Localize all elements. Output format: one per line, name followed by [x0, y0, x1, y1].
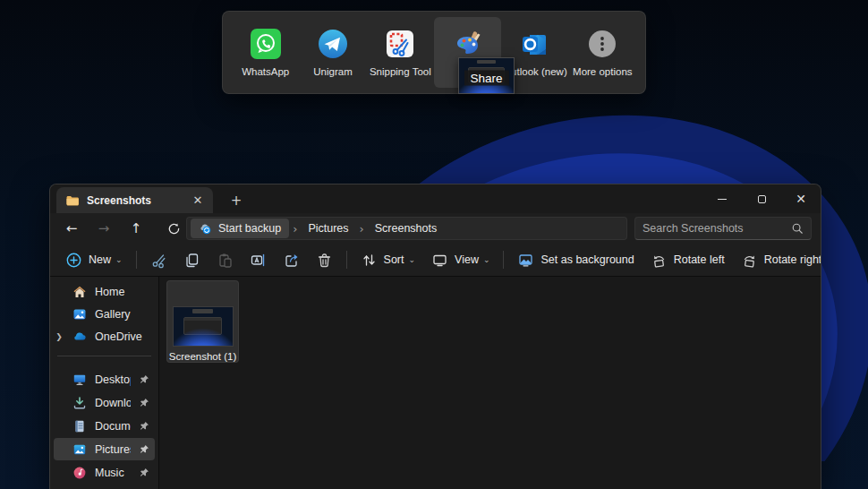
view-icon [431, 252, 448, 269]
sort-button[interactable]: Sort ⌄ [353, 246, 423, 273]
more-options-icon [586, 28, 618, 60]
new-tab-button[interactable]: + [226, 190, 247, 211]
refresh-button[interactable] [159, 216, 188, 241]
rotate-right-label: Rotate right [764, 253, 821, 266]
search-box[interactable] [634, 217, 812, 240]
breadcrumb-chevron-icon: › [291, 222, 299, 236]
folder-icon [65, 193, 80, 208]
ghost-mini-panel [477, 60, 497, 64]
sidebar-item-home[interactable]: Home [54, 281, 155, 303]
unigram-icon [317, 28, 349, 60]
tab-screenshots[interactable]: Screenshots ✕ [56, 187, 213, 213]
view-button[interactable]: View ⌄ [423, 246, 498, 273]
rename-icon [250, 252, 267, 269]
paste-button[interactable] [208, 246, 242, 273]
gallery-icon [72, 307, 87, 322]
rotate-right-button[interactable]: Rotate right [733, 246, 821, 273]
rotate-right-icon [741, 252, 758, 269]
onedrive-icon [72, 330, 87, 344]
share-app-unigram[interactable]: Unigram [299, 17, 366, 88]
rotate-left-button[interactable]: Rotate left [642, 246, 733, 273]
copy-button[interactable] [175, 246, 208, 273]
sidebar-divider [57, 356, 151, 356]
file-name: Screenshot (1) [169, 351, 236, 362]
pin-icon [139, 468, 149, 478]
file-list-area[interactable]: Screenshot (1) [159, 277, 821, 489]
set-as-background-button[interactable]: Set as background [509, 246, 642, 273]
pin-icon [139, 398, 149, 408]
sort-icon [361, 252, 378, 269]
explorer-body: Home Gallery ❯ [50, 277, 821, 489]
search-input[interactable] [642, 222, 791, 235]
window-controls: ✕ [702, 184, 821, 213]
share-app-label: Snipping Tool [370, 66, 431, 77]
navigation-bar: ← → ↑ Start backup [50, 213, 821, 244]
copy-icon [183, 252, 200, 269]
outlook-icon [519, 28, 551, 60]
thumb-mini-panel [192, 309, 214, 313]
delete-button[interactable] [308, 246, 341, 273]
new-button[interactable]: New ⌄ [57, 246, 131, 273]
pin-icon [139, 421, 149, 432]
share-panel: WhatsApp Unigram Snipping Tool [222, 11, 646, 94]
refresh-icon [167, 222, 181, 236]
rename-button[interactable] [242, 246, 275, 273]
cut-button[interactable] [142, 246, 175, 273]
snipping-tool-icon [384, 28, 416, 60]
share-icon [283, 252, 300, 269]
sidebar-item-videos[interactable]: Videos [54, 485, 155, 489]
sidebar-item-label: Documents [95, 420, 131, 433]
minimize-button[interactable] [702, 184, 742, 213]
command-toolbar: New ⌄ [50, 244, 821, 277]
breadcrumb-screenshots[interactable]: Screenshots [368, 222, 444, 235]
set-background-icon [517, 252, 534, 269]
pin-icon [139, 444, 149, 455]
home-icon [72, 285, 87, 299]
expand-chevron-icon[interactable]: ❯ [53, 332, 65, 341]
share-button[interactable] [275, 246, 308, 273]
view-label: View [455, 253, 479, 266]
forward-button[interactable]: → [89, 216, 118, 241]
sidebar-item-documents[interactable]: Documents [54, 415, 155, 437]
share-more-options[interactable]: More options [569, 17, 636, 88]
breadcrumb-start-backup[interactable]: Start backup [191, 219, 289, 238]
sidebar-item-label: Home [95, 286, 149, 298]
toolbar-separator [136, 251, 137, 269]
desktop: WhatsApp Unigram Snipping Tool [0, 0, 868, 489]
drag-ghost-thumbnail[interactable]: Share [458, 57, 515, 94]
breadcrumb-label: Start backup [218, 222, 281, 235]
sidebar-item-desktop[interactable]: Desktop [54, 368, 155, 390]
rotate-left-label: Rotate left [674, 253, 725, 266]
pin-icon [139, 374, 149, 385]
chevron-down-icon: ⌄ [483, 255, 490, 264]
close-button[interactable]: ✕ [781, 184, 821, 213]
sidebar-item-music[interactable]: Music [54, 461, 155, 484]
back-button[interactable]: ← [57, 216, 86, 241]
file-tile-screenshot-1[interactable]: Screenshot (1) [166, 280, 239, 363]
sidebar-item-onedrive[interactable]: ❯ OneDrive [54, 326, 155, 347]
thumb-mini-bloom [173, 329, 234, 347]
downloads-icon [72, 396, 87, 410]
title-bar: Screenshots ✕ + ✕ [50, 184, 821, 213]
sort-label: Sort [384, 253, 404, 266]
share-app-snipping-tool[interactable]: Snipping Tool [367, 17, 434, 88]
plus-circle-icon [65, 252, 82, 269]
sidebar-item-pictures[interactable]: Pictures [54, 438, 155, 460]
set-background-label: Set as background [540, 253, 634, 266]
share-app-whatsapp[interactable]: WhatsApp [232, 17, 299, 88]
file-explorer-window: Screenshots ✕ + ✕ ← → ↑ [49, 184, 821, 489]
sidebar-item-downloads[interactable]: Downloads [54, 391, 155, 414]
file-thumbnail [173, 306, 234, 347]
onedrive-sync-icon [199, 222, 212, 236]
rotate-left-icon [651, 252, 668, 269]
address-bar[interactable]: Start backup › Pictures › Screenshots [186, 217, 627, 240]
breadcrumb-pictures[interactable]: Pictures [301, 222, 355, 235]
share-app-label: WhatsApp [242, 66, 289, 77]
toolbar-separator [503, 251, 504, 269]
sidebar-item-gallery[interactable]: Gallery [54, 304, 155, 325]
cut-icon [150, 252, 167, 269]
documents-icon [72, 419, 87, 433]
maximize-button[interactable] [742, 184, 781, 213]
up-button[interactable]: ↑ [122, 216, 150, 241]
tab-close-icon[interactable]: ✕ [190, 193, 206, 209]
